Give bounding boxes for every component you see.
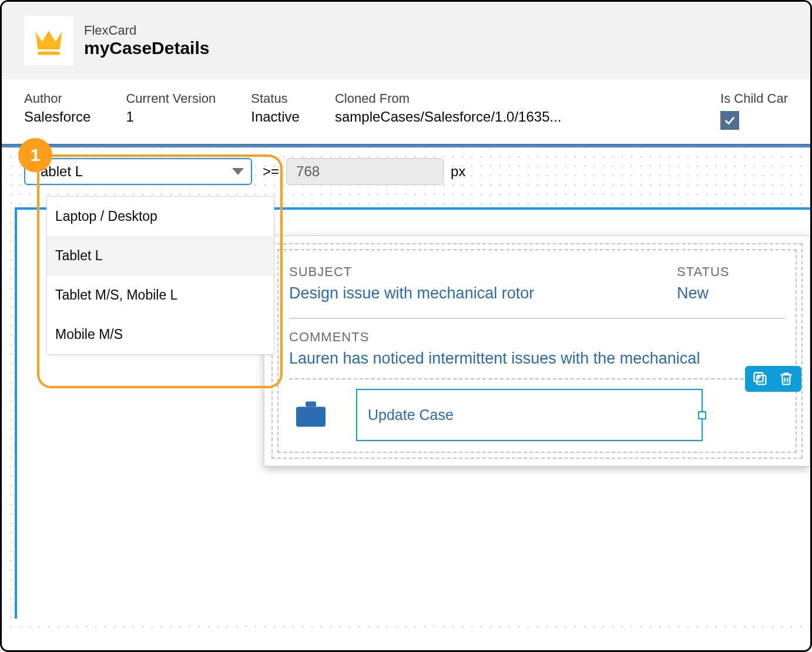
version-value: 1 xyxy=(126,109,216,125)
meta-row: Author Salesforce Current Version 1 Stat… xyxy=(2,79,810,144)
cloned-label: Cloned From xyxy=(335,91,562,106)
dashed-container-inner: SUBJECT Design issue with mechanical rot… xyxy=(277,249,797,453)
comments-value: Lauren has noticed intermittent issues w… xyxy=(289,349,785,368)
element-action-toolbar xyxy=(745,366,801,392)
comments-label: COMMENTS xyxy=(289,330,785,345)
dropdown-option-mobile-ms[interactable]: Mobile M/S xyxy=(47,315,274,354)
chevron-down-icon xyxy=(232,168,244,175)
card-status-value: New xyxy=(677,284,730,303)
svg-rect-5 xyxy=(296,406,326,426)
divider-line xyxy=(289,318,785,319)
version-label: Current Version xyxy=(126,91,216,106)
action-row: Update Case xyxy=(289,378,785,446)
dropdown-option-tablet-ms[interactable]: Tablet M/S, Mobile L xyxy=(47,275,274,315)
cloned-value: sampleCases/Salesforce/1.0/1635... xyxy=(335,109,562,125)
card-canvas[interactable]: SUBJECT Design issue with mechanical rot… xyxy=(264,236,810,466)
subject-value: Design issue with mechanical rotor xyxy=(289,284,630,303)
author-value: Salesforce xyxy=(24,109,90,125)
device-dropdown: Laptop / Desktop Tablet L Tablet M/S, Mo… xyxy=(46,196,274,355)
resize-handle[interactable] xyxy=(698,411,706,419)
device-select[interactable]: Tablet L xyxy=(24,158,252,185)
delete-button[interactable] xyxy=(777,369,796,388)
child-label: Is Child Car xyxy=(720,91,788,106)
svg-rect-6 xyxy=(306,401,316,406)
responsive-toolbar: 1 Tablet L Laptop / Desktop Tablet L Tab… xyxy=(2,147,810,196)
dropdown-option-tablet-l[interactable]: Tablet L xyxy=(47,236,274,275)
svg-rect-0 xyxy=(38,52,60,55)
crown-icon xyxy=(24,16,73,65)
clone-button[interactable] xyxy=(751,369,770,388)
header-title: myCaseDetails xyxy=(84,38,209,58)
subject-label: SUBJECT xyxy=(289,264,630,280)
operator-label: >= xyxy=(263,163,279,180)
author-label: Author xyxy=(24,91,90,106)
status-value: Inactive xyxy=(251,109,300,125)
callout-marker-1: 1 xyxy=(18,138,52,172)
breakpoint-input[interactable] xyxy=(286,158,444,185)
child-checkbox[interactable] xyxy=(720,111,739,130)
header-type-label: FlexCard xyxy=(84,23,209,38)
page-header: FlexCard myCaseDetails xyxy=(2,2,810,79)
update-case-label: Update Case xyxy=(368,406,454,423)
status-label: Status xyxy=(251,91,300,106)
dropdown-option-laptop[interactable]: Laptop / Desktop xyxy=(47,197,274,236)
dashed-container-outer: SUBJECT Design issue with mechanical rot… xyxy=(271,243,803,459)
canvas-area: 1 Tablet L Laptop / Desktop Tablet L Tab… xyxy=(2,147,810,635)
px-unit-label: px xyxy=(451,163,465,180)
card-status-label: STATUS xyxy=(677,264,730,280)
update-case-element[interactable]: Update Case xyxy=(356,389,703,441)
briefcase-icon xyxy=(294,399,328,431)
